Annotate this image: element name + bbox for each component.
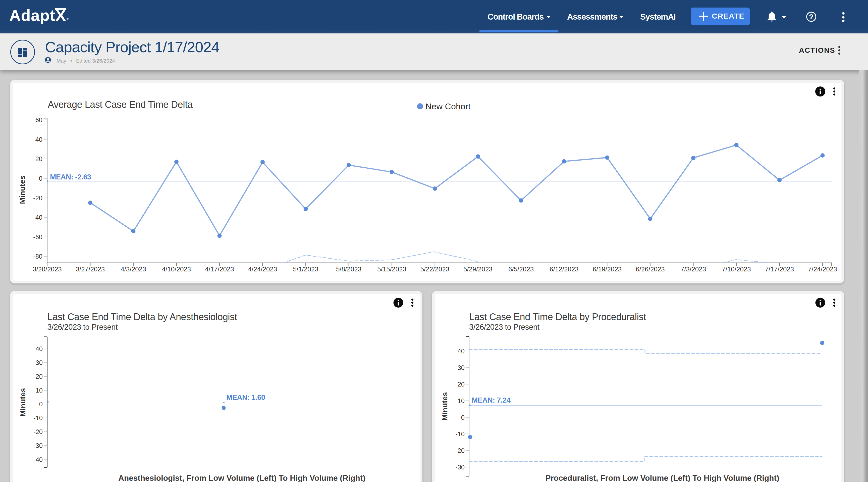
svg-text:Proceduralist, From Low Volume: Proceduralist, From Low Volume (Left) To… — [546, 474, 779, 482]
svg-text:-20: -20 — [33, 194, 42, 202]
svg-text:3/26/2023 to Present: 3/26/2023 to Present — [48, 323, 118, 331]
svg-text:Minutes: Minutes — [18, 175, 26, 204]
svg-text:3/26/2023 to Present: 3/26/2023 to Present — [469, 323, 540, 331]
svg-text:5/29/2023: 5/29/2023 — [463, 265, 493, 273]
svg-text:0: 0 — [39, 400, 43, 408]
svg-text:60: 60 — [35, 116, 42, 123]
svg-text:-80: -80 — [33, 253, 42, 260]
svg-text:New Cohort: New Cohort — [426, 101, 471, 111]
svg-text:5/15/2023: 5/15/2023 — [377, 265, 406, 273]
svg-text:Minutes: Minutes — [440, 392, 449, 420]
svg-text:-40: -40 — [33, 456, 43, 463]
svg-text:MEAN: 1.60: MEAN: 1.60 — [226, 393, 265, 401]
svg-text:Minutes: Minutes — [19, 388, 27, 416]
svg-text:Last Case End Time Delta by Pr: Last Case End Time Delta by Proceduralis… — [469, 312, 646, 322]
svg-text:-30: -30 — [33, 442, 43, 449]
svg-text:Anesthesiologist, From Low Vol: Anesthesiologist, From Low Volume (Left)… — [118, 474, 365, 482]
svg-text:6/26/2023: 6/26/2023 — [636, 265, 665, 273]
svg-text:5/22/2023: 5/22/2023 — [421, 265, 450, 273]
svg-text:40: 40 — [458, 348, 465, 355]
svg-text:6/12/2023: 6/12/2023 — [550, 265, 579, 273]
svg-text:20: 20 — [458, 381, 465, 388]
svg-text:3/20/2023: 3/20/2023 — [33, 265, 62, 273]
svg-text:7/17/2023: 7/17/2023 — [765, 265, 794, 273]
svg-text:MEAN: 7.24: MEAN: 7.24 — [472, 396, 510, 404]
svg-text:40: 40 — [36, 345, 43, 352]
svg-text:6/5/2023: 6/5/2023 — [508, 265, 534, 273]
svg-text:-40: -40 — [33, 214, 42, 221]
svg-text:Average Last Case End Time Del: Average Last Case End Time Delta — [48, 99, 193, 110]
svg-text:4/10/2023: 4/10/2023 — [162, 265, 191, 273]
svg-text:5/8/2023: 5/8/2023 — [336, 265, 362, 273]
svg-text:-60: -60 — [33, 234, 42, 241]
svg-text:3/27/2023: 3/27/2023 — [76, 265, 105, 273]
svg-text:5/1/2023: 5/1/2023 — [293, 265, 318, 273]
svg-text:MEAN: -2.63: MEAN: -2.63 — [50, 173, 91, 181]
svg-text:0: 0 — [461, 414, 465, 421]
svg-text:10: 10 — [458, 397, 465, 404]
svg-text:-20: -20 — [33, 428, 43, 435]
svg-text:7/3/2023: 7/3/2023 — [681, 265, 706, 273]
svg-text:-10: -10 — [33, 414, 43, 421]
svg-text:4/3/2023: 4/3/2023 — [121, 265, 146, 273]
svg-text:7/24/2023: 7/24/2023 — [808, 265, 837, 273]
svg-text:30: 30 — [36, 359, 43, 366]
svg-text:-30: -30 — [455, 464, 465, 471]
svg-text:40: 40 — [35, 136, 42, 143]
svg-text:0: 0 — [39, 175, 42, 182]
svg-text:-20: -20 — [455, 447, 465, 454]
svg-text:7/10/2023: 7/10/2023 — [722, 265, 751, 273]
svg-text:6/19/2023: 6/19/2023 — [593, 265, 622, 273]
svg-text:4/24/2023: 4/24/2023 — [248, 265, 277, 273]
svg-text:4/17/2023: 4/17/2023 — [205, 265, 234, 273]
svg-text:10: 10 — [36, 387, 43, 394]
svg-text:Last Case End Time Delta by An: Last Case End Time Delta by Anesthesiolo… — [48, 312, 237, 322]
svg-text:20: 20 — [36, 373, 43, 380]
svg-text:20: 20 — [35, 155, 42, 162]
svg-text:-10: -10 — [455, 430, 465, 438]
svg-text:30: 30 — [458, 364, 465, 371]
